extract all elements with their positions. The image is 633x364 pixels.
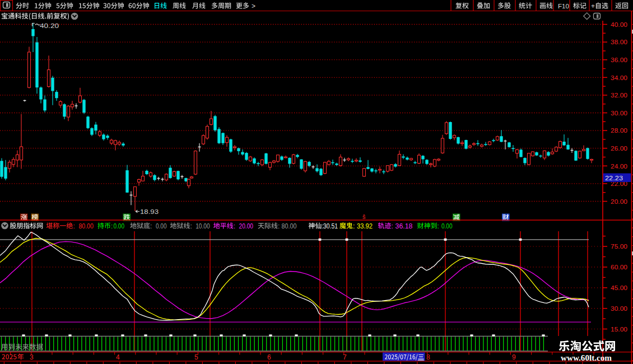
svg-text:3: 3 [30,353,34,361]
svg-text::: : [234,222,235,230]
svg-text:32.00: 32.00 [611,92,627,99]
svg-text:F10: F10 [558,3,569,10]
svg-text:5: 5 [194,353,198,361]
svg-text::: : [190,222,192,230]
svg-text::: : [391,222,393,230]
svg-text:9: 9 [512,353,516,361]
svg-text:22.23: 22.23 [605,175,623,181]
svg-text::: : [437,222,439,230]
svg-text:20.00: 20.00 [239,222,254,230]
svg-text:>: > [252,2,255,10]
svg-text:26.00: 26.00 [611,145,627,152]
svg-text:18.93: 18.93 [140,208,159,215]
svg-text:8: 8 [426,353,430,361]
svg-text:+: + [591,2,595,10]
svg-text:0.00: 0.00 [114,222,125,230]
svg-text:33.92: 33.92 [357,222,373,230]
svg-text:36.18: 36.18 [395,222,413,230]
svg-text::: : [73,222,75,230]
svg-text:15.00: 15.00 [611,326,627,333]
svg-text::: : [353,222,355,230]
svg-text:34.00: 34.00 [611,74,627,81]
svg-text:www.60lt.com: www.60lt.com [561,353,612,362]
svg-text:80.00: 80.00 [282,222,297,230]
svg-text::: : [278,222,280,230]
svg-text:36.00: 36.00 [611,57,627,63]
svg-text::: : [150,222,152,230]
svg-text:6: 6 [267,353,271,361]
svg-text:80.00: 80.00 [78,222,94,230]
svg-text:4: 4 [116,353,120,361]
svg-text:30.00: 30.00 [611,110,627,116]
svg-text:ŝ: ŝ [362,213,366,220]
svg-text:0.00: 0.00 [156,222,167,230]
svg-text::: : [111,222,113,230]
svg-text:38.00: 38.00 [611,39,627,45]
svg-text:45.00: 45.00 [611,284,627,291]
svg-text:75.00: 75.00 [611,243,627,250]
svg-text:10.00: 10.00 [196,222,210,230]
svg-text:40.00: 40.00 [611,21,627,28]
svg-text:20.00: 20.00 [611,198,627,205]
svg-text:28.00: 28.00 [611,127,627,134]
svg-text:60.00: 60.00 [611,264,627,270]
svg-text:24.00: 24.00 [611,163,627,170]
svg-text:30.51: 30.51 [323,222,338,230]
svg-text:7: 7 [343,353,347,361]
svg-text:40.20: 40.20 [40,22,59,29]
svg-text:0.00: 0.00 [441,222,453,230]
svg-text:30.00: 30.00 [611,305,627,312]
